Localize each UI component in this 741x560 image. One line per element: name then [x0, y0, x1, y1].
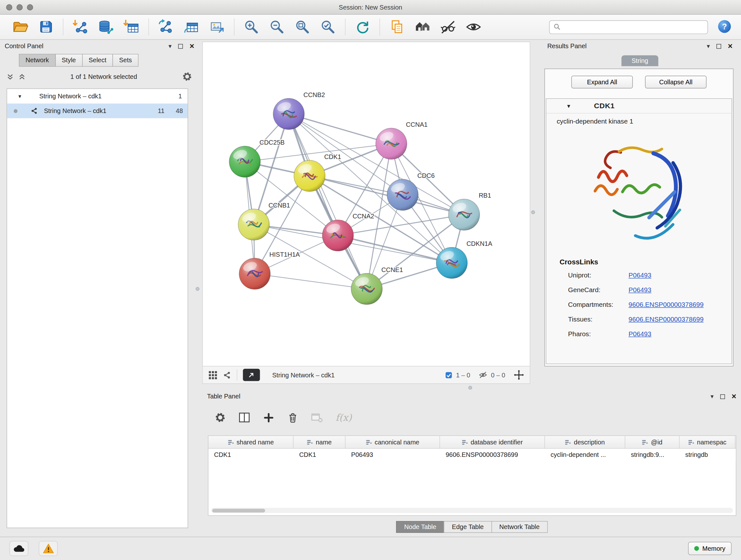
table-options-button[interactable] — [214, 412, 226, 423]
zoom-selected-button[interactable] — [319, 18, 337, 36]
tab-network-table[interactable]: Network Table — [491, 521, 548, 533]
zoom-fit-button[interactable] — [293, 18, 312, 36]
apply-layout-button[interactable] — [354, 18, 372, 36]
collapse-collection-icon[interactable]: ▼ — [17, 94, 24, 99]
table-cell[interactable]: cyclin-dependent ... — [545, 449, 625, 461]
new-network-button[interactable] — [157, 18, 175, 36]
tab-style[interactable]: Style — [55, 54, 83, 67]
network-node-hist1h1a[interactable] — [239, 258, 270, 290]
panel-close-button[interactable]: × — [728, 42, 733, 50]
collapse-section-icon[interactable]: ▼ — [566, 103, 571, 109]
compartments-link[interactable]: 9606.ENSP00000378699 — [629, 300, 704, 308]
import-network-file-button[interactable] — [71, 18, 89, 36]
column-header--id[interactable]: @id — [625, 436, 679, 448]
network-node-ccnb1[interactable] — [238, 209, 269, 240]
show-details-button[interactable] — [465, 18, 482, 36]
network-collection-row[interactable]: ▼ String Network – cdk1 1 — [7, 89, 188, 104]
network-view[interactable]: CCNB2CCNA1CDC25BCDK1CDC6RB1CCNB1CCNA2CDK… — [202, 42, 530, 384]
function-builder-button[interactable]: f(x) — [335, 412, 352, 423]
search-input[interactable] — [564, 23, 704, 30]
tab-edge-table[interactable]: Edge Table — [444, 521, 492, 533]
minimize-window-button[interactable] — [17, 4, 23, 10]
column-header-shared-name[interactable]: shared name — [208, 436, 293, 448]
close-window-button[interactable] — [6, 4, 12, 10]
column-header-namespac[interactable]: namespac — [680, 436, 736, 448]
cloud-status-button[interactable] — [10, 541, 28, 556]
table-cell[interactable]: 9606.ENSP00000378699 — [440, 449, 545, 461]
network-node-cdk1[interactable] — [294, 160, 325, 192]
tab-string[interactable]: String — [621, 55, 658, 66]
network-node-cdc6[interactable] — [387, 179, 418, 210]
table-cell[interactable]: CDK1 — [293, 449, 346, 461]
memory-button[interactable]: Memory — [688, 542, 731, 555]
import-network-database-button[interactable] — [97, 18, 115, 36]
column-header-name[interactable]: name — [293, 436, 346, 448]
save-session-button[interactable] — [37, 18, 55, 36]
maximize-window-button[interactable] — [27, 4, 33, 10]
network-edge[interactable] — [310, 176, 464, 214]
network-options-button[interactable] — [182, 71, 192, 82]
network-node-ccna2[interactable] — [322, 220, 354, 251]
splitter-handle[interactable] — [196, 287, 199, 291]
grid-view-button[interactable] — [208, 370, 217, 379]
tissues-link[interactable]: 9606.ENSP00000378699 — [629, 315, 704, 323]
panel-float-button[interactable] — [720, 394, 725, 399]
tab-sets[interactable]: Sets — [113, 54, 138, 67]
panel-float-button[interactable] — [178, 44, 183, 49]
network-node-ccna1[interactable] — [376, 128, 407, 159]
panel-menu-button[interactable]: ▾ — [169, 43, 172, 49]
import-table-button[interactable] — [123, 18, 140, 36]
splitter-handle[interactable] — [468, 386, 472, 389]
scrollbar-thumb[interactable] — [212, 509, 265, 512]
network-view-button[interactable] — [223, 371, 231, 379]
hidden-eye-slash-icon[interactable] — [479, 371, 487, 379]
pharos-link[interactable]: P06493 — [629, 330, 651, 337]
tab-network[interactable]: Network — [19, 54, 56, 67]
column-header-canonical-name[interactable]: canonical name — [346, 436, 440, 448]
detach-view-button[interactable] — [243, 369, 260, 381]
delete-column-button[interactable] — [287, 412, 299, 423]
network-node-cdc25b[interactable] — [229, 146, 260, 178]
search-box[interactable] — [549, 20, 708, 34]
network-node-ccne1[interactable] — [351, 273, 382, 305]
table-cell[interactable]: stringdb — [680, 449, 736, 461]
network-edge[interactable] — [255, 273, 367, 289]
panel-close-button[interactable]: × — [732, 392, 737, 400]
horizontal-scrollbar[interactable] — [211, 508, 733, 513]
delete-table-button[interactable] — [311, 411, 323, 424]
table-cell[interactable]: P06493 — [346, 449, 440, 461]
splitter-handle[interactable] — [531, 210, 535, 214]
show-columns-button[interactable] — [238, 411, 251, 424]
network-node-ccnb2[interactable] — [273, 98, 305, 130]
network-edge[interactable] — [289, 114, 391, 144]
tab-node-table[interactable]: Node Table — [396, 521, 444, 533]
panel-menu-button[interactable]: ▾ — [711, 393, 714, 399]
network-canvas[interactable]: CCNB2CCNA1CDC25BCDK1CDC6RB1CCNB1CCNA2CDK… — [203, 42, 531, 367]
warnings-button[interactable] — [39, 541, 57, 556]
expand-all-networks-button[interactable] — [7, 73, 14, 80]
open-session-button[interactable] — [10, 17, 29, 37]
collapse-all-button[interactable]: Collapse All — [645, 76, 706, 88]
collapse-all-networks-button[interactable] — [18, 73, 25, 80]
genecard-link[interactable]: P06493 — [629, 286, 651, 294]
zoom-in-button[interactable] — [243, 18, 260, 36]
table-cell[interactable]: stringdb:9... — [625, 449, 679, 461]
panel-menu-button[interactable]: ▾ — [707, 43, 710, 49]
homes-button[interactable] — [414, 18, 431, 36]
tab-select[interactable]: Select — [82, 54, 113, 67]
network-node-rb1[interactable] — [448, 199, 480, 230]
panel-float-button[interactable] — [717, 44, 721, 49]
copy-documents-button[interactable] — [388, 18, 406, 36]
create-column-button[interactable] — [263, 412, 274, 423]
column-header-database-identifier[interactable]: database identifier — [440, 436, 545, 448]
uniprot-link[interactable]: P06493 — [629, 271, 651, 279]
fit-content-button[interactable] — [514, 370, 524, 380]
table-row[interactable]: CDK1CDK1P064939606.ENSP00000378699cyclin… — [208, 449, 736, 461]
zoom-out-button[interactable] — [268, 18, 286, 36]
network-row[interactable]: String Network – cdk1 11 48 — [7, 104, 188, 118]
network-node-cdkn1a[interactable] — [436, 247, 468, 279]
export-image-button[interactable] — [208, 18, 226, 36]
panel-close-button[interactable]: × — [190, 42, 194, 50]
table-cell[interactable]: CDK1 — [208, 449, 293, 461]
column-header-description[interactable]: description — [545, 436, 625, 448]
